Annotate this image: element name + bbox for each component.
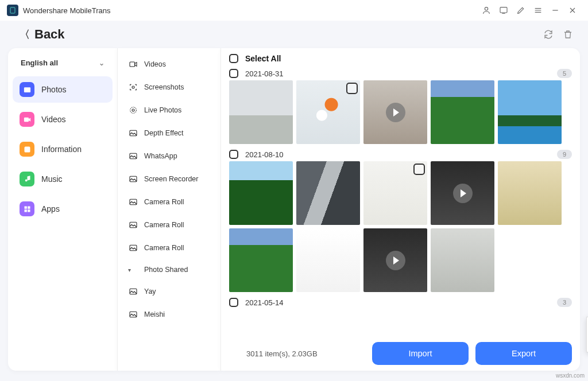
svg-rect-4	[24, 117, 28, 122]
caret-down-icon: ▾	[128, 267, 138, 273]
delete-button[interactable]	[558, 25, 578, 44]
photo-thumbnail[interactable]	[431, 80, 494, 144]
category-photos[interactable]: Photos	[13, 76, 113, 103]
menu-icon[interactable]	[529, 2, 547, 19]
content-panel: Select All 2021-08-31 5 2021-08-10 9	[220, 48, 580, 371]
image-icon	[128, 197, 138, 207]
chevron-down-icon: ⌄	[99, 59, 105, 67]
account-icon[interactable]	[478, 2, 495, 19]
album-item-depth[interactable]: Depth Effect	[118, 122, 220, 145]
main-layout: English all ⌄ Photos Videos Information …	[0, 48, 588, 379]
photo-thumbnail[interactable]	[229, 80, 293, 144]
play-icon	[386, 251, 405, 270]
minimize-button[interactable]	[547, 2, 564, 19]
language-label: English all	[21, 59, 58, 67]
album-list[interactable]: Videos Screenshots Live Photos Depth Eff…	[117, 48, 220, 371]
photo-thumbnail[interactable]	[229, 161, 293, 225]
photo-thumbnail[interactable]	[229, 228, 293, 292]
svg-rect-17	[130, 199, 137, 204]
select-all-checkbox[interactable]	[229, 54, 238, 63]
topbar: 〈 Back	[0, 21, 588, 48]
watermark: wsxdn.com	[556, 372, 585, 379]
photo-thumbnail[interactable]	[296, 80, 360, 144]
album-item-whatsapp[interactable]: WhatsApp	[118, 145, 220, 168]
category-label: Music	[41, 174, 63, 184]
category-music[interactable]: Music	[13, 166, 113, 192]
svg-rect-15	[130, 153, 137, 158]
music-icon	[20, 172, 34, 186]
category-videos[interactable]: Videos	[13, 106, 113, 133]
album-item-screenrecorder[interactable]: Screen Recorder	[118, 168, 220, 190]
photo-thumbnail[interactable]	[363, 161, 427, 225]
group-checkbox[interactable]	[229, 150, 238, 159]
svg-rect-3	[24, 87, 30, 92]
titlebar: Wondershare MobileTrans	[0, 0, 588, 21]
thumbnail-row	[229, 80, 572, 144]
image-icon	[128, 128, 138, 138]
item-count-label: 3011 item(s), 2.03GB	[246, 349, 318, 358]
svg-rect-19	[130, 245, 137, 250]
album-item-cameraroll[interactable]: Camera Roll	[118, 190, 220, 213]
edit-icon[interactable]	[512, 2, 529, 19]
date-group-header: 2021-08-10 9	[229, 147, 572, 161]
svg-rect-5	[24, 146, 30, 152]
video-thumbnail[interactable]	[431, 161, 494, 225]
group-checkbox[interactable]	[229, 298, 238, 307]
album-item-cameraroll[interactable]: Camera Roll	[118, 236, 220, 259]
album-item-yay[interactable]: Yay	[118, 280, 220, 303]
image-icon	[128, 243, 138, 253]
group-count-badge: 5	[557, 69, 572, 78]
svg-rect-21	[130, 312, 137, 317]
photo-thumbnail[interactable]	[296, 161, 360, 225]
album-item-livephotos[interactable]: Live Photos	[118, 99, 220, 122]
svg-rect-20	[130, 289, 137, 294]
close-button[interactable]	[564, 2, 581, 19]
image-icon	[128, 151, 138, 161]
app-icon	[7, 5, 18, 16]
video-icon	[128, 59, 138, 69]
category-apps[interactable]: Apps	[13, 196, 113, 222]
photo-thumbnail[interactable]	[498, 80, 562, 144]
svg-rect-14	[130, 130, 137, 135]
category-information[interactable]: Information	[13, 136, 113, 162]
svg-rect-0	[10, 7, 15, 13]
date-group-header: 2021-05-14 3	[229, 296, 572, 309]
select-all-row: Select All	[229, 52, 572, 67]
svg-rect-16	[130, 176, 137, 181]
photo-thumbnail[interactable]	[431, 228, 494, 292]
category-sidebar: English all ⌄ Photos Videos Information …	[8, 48, 117, 371]
video-thumbnail[interactable]	[363, 228, 427, 292]
language-selector[interactable]: English all ⌄	[13, 54, 113, 72]
group-date: 2021-08-31	[245, 69, 284, 78]
feedback-icon[interactable]	[495, 2, 512, 19]
image-icon	[128, 286, 138, 297]
album-item-videos[interactable]: Videos	[118, 53, 220, 76]
videos-icon	[20, 112, 34, 127]
photos-icon	[20, 82, 34, 97]
album-item-screenshots[interactable]: Screenshots	[118, 76, 220, 99]
svg-rect-6	[24, 206, 26, 208]
svg-rect-10	[130, 62, 135, 67]
app-title: Wondershare MobileTrans	[23, 6, 110, 15]
export-button[interactable]: Export	[475, 342, 572, 365]
import-button[interactable]: Import	[372, 342, 469, 365]
video-thumbnail[interactable]	[363, 80, 427, 144]
refresh-button[interactable]	[539, 25, 558, 44]
album-item-photoshared[interactable]: ▾Photo Shared	[118, 259, 220, 280]
back-button[interactable]: 〈 Back	[20, 27, 65, 42]
group-date: 2021-05-14	[245, 298, 284, 307]
photo-thumbnail[interactable]	[498, 161, 562, 225]
play-icon	[453, 184, 473, 203]
date-group-header: 2021-08-31 5	[229, 67, 572, 80]
group-count-badge: 3	[557, 298, 572, 307]
photo-thumbnail[interactable]	[296, 228, 360, 292]
album-item-cameraroll[interactable]: Camera Roll	[118, 213, 220, 236]
apps-icon	[20, 201, 34, 216]
category-label: Information	[41, 145, 82, 154]
svg-rect-8	[24, 209, 26, 212]
thumbnail-row	[229, 161, 572, 292]
play-icon	[386, 103, 405, 122]
group-date: 2021-08-10	[245, 150, 284, 159]
group-checkbox[interactable]	[229, 69, 238, 78]
album-item-meishi[interactable]: Meishi	[118, 303, 220, 326]
